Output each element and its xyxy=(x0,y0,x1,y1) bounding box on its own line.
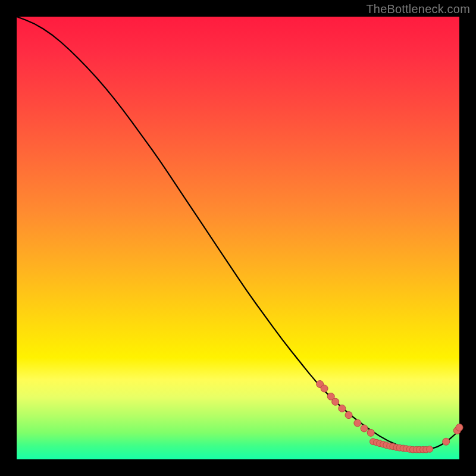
chart-stage: TheBottleneck.com xyxy=(0,0,476,476)
data-point-marker xyxy=(443,438,450,445)
data-point-marker xyxy=(354,419,361,427)
data-point-marker xyxy=(427,446,433,452)
data-point-marker xyxy=(361,425,368,432)
bottleneck-curve xyxy=(17,17,459,450)
data-point-marker xyxy=(321,385,328,392)
watermark-text: TheBottleneck.com xyxy=(366,2,470,16)
data-point-marker xyxy=(456,424,463,431)
data-point-marker xyxy=(339,405,346,412)
data-point-marker xyxy=(345,412,352,419)
data-point-marker xyxy=(332,398,339,405)
plot-overlay-svg xyxy=(17,17,459,459)
data-point-marker xyxy=(367,429,374,436)
